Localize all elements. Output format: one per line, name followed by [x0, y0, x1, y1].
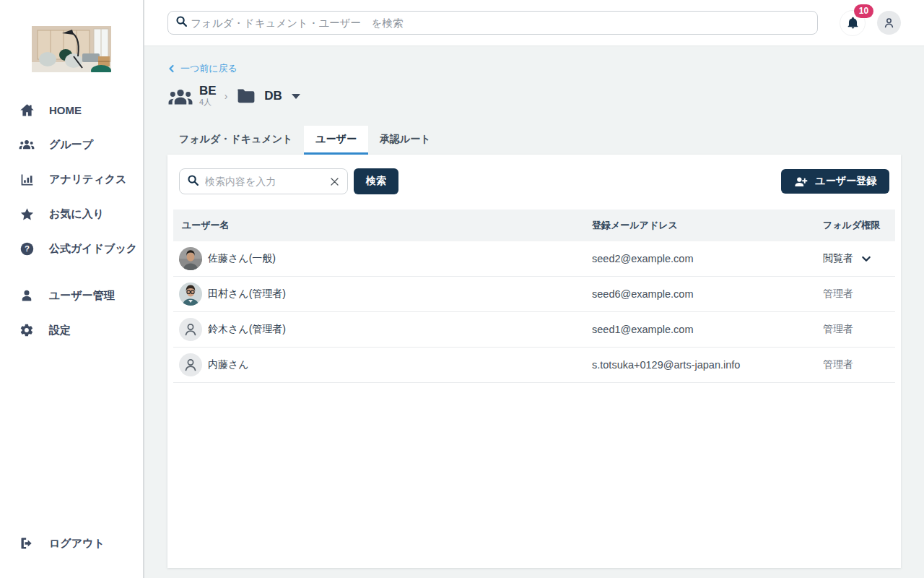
register-user-label: ユーザー登録 — [815, 175, 876, 188]
sidebar-item-label: ユーザー管理 — [49, 289, 115, 303]
sidebar-nav: HOME グループ アナリティクス お気に入り ? 公式ガイドブック — [0, 92, 143, 348]
folder-name[interactable]: DB — [264, 90, 282, 103]
sidebar-item-label: グループ — [49, 138, 93, 152]
group-icon — [167, 87, 193, 106]
permission-dropdown[interactable]: 閲覧者 — [817, 252, 895, 265]
global-search-box[interactable] — [167, 11, 818, 35]
table-row[interactable]: 鈴木さん(管理者) seed1@example.com 管理者 — [173, 312, 895, 348]
sidebar: HOME グループ アナリティクス お気に入り ? 公式ガイドブック — [0, 0, 144, 578]
group-name: BE — [199, 85, 217, 98]
folder-dropdown-caret-icon[interactable] — [292, 94, 300, 99]
clear-search-icon[interactable] — [329, 176, 340, 187]
sidebar-item-settings[interactable]: 設定 — [0, 313, 143, 348]
permission-value-wrap: 管理者 — [817, 323, 895, 336]
home-icon — [19, 102, 35, 118]
user-email: seed6@example.com — [586, 288, 817, 300]
svg-text:?: ? — [25, 244, 30, 253]
user-email: seed2@example.com — [586, 253, 817, 264]
users-table: ユーザー名 登録メールアドレス フォルダ権限 佐藤さん(一般) seed2@ex… — [173, 210, 895, 383]
user-email: s.totsuka+0129@arts-japan.info — [586, 359, 817, 371]
star-icon — [19, 206, 35, 222]
breadcrumb-group[interactable]: BE 4人 — [199, 85, 217, 107]
column-header-email: 登録メールアドレス — [586, 219, 817, 232]
users-icon — [19, 137, 35, 152]
back-link-label: 一つ前に戻る — [180, 62, 237, 75]
sidebar-item-favorites[interactable]: お気に入り — [0, 197, 143, 231]
chevron-left-icon — [167, 64, 176, 73]
column-header-permission: フォルダ権限 — [817, 219, 895, 232]
notification-count-badge: 10 — [854, 4, 873, 18]
users-panel: 検索 ユーザー登録 ユーザー名 登録メールアドレス フォルダ権限 — [167, 155, 901, 568]
gear-icon — [19, 322, 35, 338]
back-link[interactable]: 一つ前に戻る — [167, 62, 237, 75]
breadcrumb-separator: › — [225, 90, 228, 102]
sidebar-item-label: アナリティクス — [49, 173, 126, 186]
sidebar-footer: ログアウト — [0, 526, 143, 561]
global-search-input[interactable] — [191, 17, 810, 29]
tab-bar: フォルダ・ドキュメント ユーザー 承認ルート — [167, 126, 901, 155]
sidebar-item-label: HOME — [49, 104, 82, 116]
folder-icon — [235, 87, 257, 105]
help-icon: ? — [19, 241, 35, 256]
chart-icon — [19, 171, 35, 187]
bell-icon — [846, 16, 860, 30]
tab-users[interactable]: ユーザー — [304, 126, 368, 155]
logout-button[interactable]: ログアウト — [0, 526, 143, 561]
group-member-count: 4人 — [199, 98, 217, 107]
permission-value-wrap: 管理者 — [817, 358, 895, 371]
table-header-row: ユーザー名 登録メールアドレス フォルダ権限 — [173, 210, 895, 241]
tab-approval-routes[interactable]: 承認ルート — [368, 126, 443, 155]
permission-value: 管理者 — [823, 288, 853, 301]
user-search-input[interactable] — [205, 176, 323, 187]
page-content: 一つ前に戻る BE 4人 › DB フォルダ・ドキュメント ユーザー 承認ルート — [144, 46, 924, 578]
tab-folders-documents[interactable]: フォルダ・ドキュメント — [167, 126, 304, 155]
user-email: seed1@example.com — [586, 324, 817, 335]
user-name: 田村さん(管理者) — [208, 288, 286, 301]
user-search-box[interactable] — [179, 168, 348, 194]
permission-value: 管理者 — [823, 358, 853, 371]
search-icon — [187, 174, 199, 189]
user-avatar-placeholder — [179, 318, 202, 341]
logout-label: ログアウト — [49, 537, 105, 551]
column-header-username: ユーザー名 — [173, 219, 586, 232]
table-row[interactable]: 内藤さん s.totsuka+0129@arts-japan.info 管理者 — [173, 348, 895, 383]
sidebar-item-home[interactable]: HOME — [0, 92, 143, 127]
table-row[interactable]: 田村さん(管理者) seed6@example.com 管理者 — [173, 277, 895, 312]
logout-icon — [19, 535, 35, 551]
permission-value: 管理者 — [823, 323, 853, 336]
account-menu-button[interactable] — [877, 11, 901, 35]
sidebar-item-label: お気に入り — [49, 207, 104, 221]
user-avatar — [179, 247, 202, 270]
chevron-down-icon — [860, 253, 872, 264]
user-icon — [19, 288, 35, 303]
permission-value-wrap: 管理者 — [817, 288, 895, 301]
users-toolbar: 検索 ユーザー登録 — [167, 155, 901, 194]
permission-value: 閲覧者 — [823, 252, 853, 265]
sidebar-item-groups[interactable]: グループ — [0, 127, 143, 162]
sidebar-item-label: 設定 — [49, 324, 71, 337]
sidebar-item-user-management[interactable]: ユーザー管理 — [0, 278, 143, 313]
breadcrumb: BE 4人 › DB — [167, 84, 901, 108]
user-avatar — [179, 282, 202, 306]
sidebar-item-guidebook[interactable]: ? 公式ガイドブック — [0, 231, 143, 266]
company-logo-image — [32, 26, 111, 72]
sidebar-item-analytics[interactable]: アナリティクス — [0, 162, 143, 197]
main-area: 10 一つ前に戻る BE 4人 › DB フォルダ・ドキュ — [144, 0, 924, 578]
user-name: 佐藤さん(一般) — [208, 252, 276, 265]
notifications-button[interactable]: 10 — [840, 10, 866, 36]
user-name: 鈴木さん(管理者) — [208, 323, 286, 336]
user-avatar-placeholder — [179, 353, 202, 376]
register-user-button[interactable]: ユーザー登録 — [781, 169, 889, 194]
top-header: 10 — [144, 0, 924, 46]
table-row[interactable]: 佐藤さん(一般) seed2@example.com 閲覧者 — [173, 241, 895, 277]
sidebar-item-label: 公式ガイドブック — [49, 242, 137, 256]
search-button[interactable]: 検索 — [354, 168, 398, 194]
user-name: 内藤さん — [208, 358, 249, 371]
user-plus-icon — [794, 176, 808, 188]
search-icon — [175, 15, 188, 30]
person-icon — [882, 16, 896, 30]
